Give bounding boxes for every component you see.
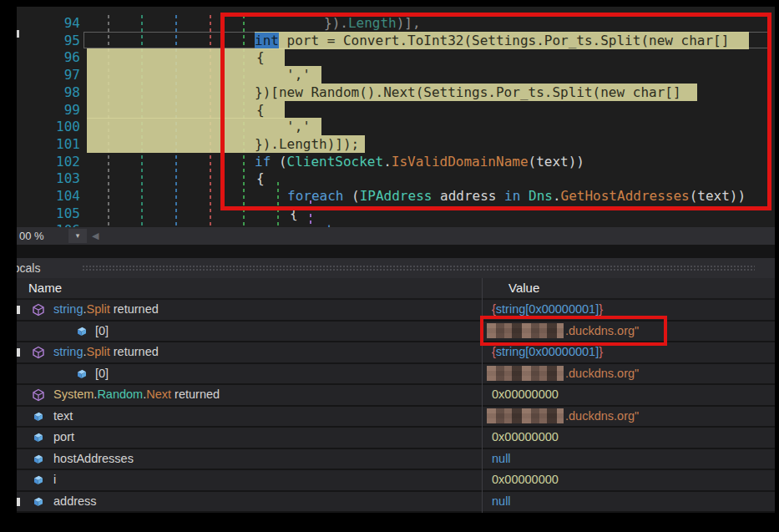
column-divider[interactable]	[482, 278, 483, 513]
locals-name-cell: string.Split returned	[53, 300, 159, 320]
name-token: [0]	[95, 324, 109, 337]
locals-value-cell: null	[492, 492, 511, 512]
locals-value-cell: null	[492, 449, 511, 469]
locals-value-cell: 0x00000000	[492, 428, 559, 448]
name-token: Next	[146, 388, 171, 401]
annotation-rect-value	[480, 316, 667, 346]
line-number: 99	[33, 101, 80, 119]
name-token: port	[53, 430, 74, 443]
value-token: null	[492, 452, 511, 465]
field-icon	[32, 495, 45, 509]
locals-value-cell: 0x00000000	[492, 470, 559, 490]
locals-name-cell: i	[53, 470, 56, 490]
name-token: returned	[110, 345, 159, 358]
line-number: 103	[33, 170, 80, 187]
frame-bottom	[0, 513, 779, 532]
line-number: 96	[33, 48, 80, 66]
value-token: null	[492, 494, 511, 508]
expander-icon[interactable]	[17, 348, 20, 357]
panel-separator	[17, 245, 775, 258]
method-icon	[32, 346, 45, 359]
field-icon	[32, 453, 45, 466]
code-text: try	[326, 221, 350, 227]
editor-status-bar: 00 % ▾ ◀	[17, 227, 775, 245]
locals-value-cell: .duckdns.org"	[492, 364, 639, 384]
locals-value-cell: .duckdns.org"	[492, 407, 639, 427]
locals-row[interactable]: [0].duckdns.org"	[17, 364, 775, 386]
field-icon	[32, 453, 45, 466]
value-token: }	[599, 345, 603, 358]
name-token: Split	[87, 302, 110, 316]
value-token: 0x00000000	[492, 473, 559, 486]
frame-left	[0, 0, 17, 532]
method-icon	[32, 388, 45, 402]
locals-name-cell: string.Split returned	[53, 342, 159, 362]
titlebar-grip-texture	[82, 265, 755, 272]
locals-name-cell: [0]	[95, 322, 109, 342]
name-token: string	[53, 302, 83, 316]
field-icon	[32, 410, 45, 423]
locals-name-cell: hostAddresses	[53, 449, 134, 469]
name-token: [0]	[95, 367, 109, 380]
field-icon	[32, 495, 45, 509]
value-token: }	[599, 302, 603, 316]
field-icon	[75, 325, 89, 338]
locals-value-cell: 0x00000000	[492, 385, 559, 405]
line-number: 105	[33, 205, 80, 222]
code-line-106[interactable]: 106try	[17, 221, 775, 227]
method-icon	[32, 388, 45, 402]
name-token: System	[53, 388, 94, 401]
field-icon	[75, 367, 89, 381]
locals-name-cell: text	[53, 407, 73, 427]
field-icon	[32, 474, 45, 487]
value-token: .duckdns.org"	[565, 367, 639, 380]
name-token: string	[53, 345, 83, 358]
annotation-rect-code	[220, 13, 771, 210]
field-icon	[32, 431, 45, 444]
margin-tick	[17, 30, 19, 38]
value-token: .duckdns.org"	[565, 409, 639, 423]
method-icon	[32, 303, 45, 317]
value-token: string[0x00000001]	[496, 302, 599, 316]
method-icon	[32, 346, 45, 359]
frame-top	[0, 0, 779, 7]
value-token: 0x00000000	[492, 430, 559, 443]
line-number: 102	[33, 153, 80, 170]
name-token: Split	[87, 345, 110, 358]
line-number: 100	[33, 118, 80, 135]
line-number: 94	[33, 14, 80, 32]
line-number: 106	[33, 221, 80, 227]
name-token: address	[53, 494, 97, 508]
redacted-blur	[487, 408, 564, 423]
expander-icon[interactable]	[17, 306, 20, 314]
locals-row[interactable]: hostAddressesnull	[17, 449, 775, 471]
field-icon	[32, 474, 45, 487]
scroll-left-arrow-icon[interactable]: ◀	[92, 230, 99, 242]
locals-name-cell: System.Random.Next returned	[53, 385, 220, 405]
column-header-name[interactable]: Name	[28, 278, 62, 298]
locals-name-cell: address	[53, 492, 97, 512]
name-token: i	[53, 473, 56, 486]
locals-row[interactable]: text.duckdns.org"	[17, 407, 775, 428]
name-token: text	[53, 409, 73, 423]
locals-row[interactable]: addressnull	[17, 492, 775, 514]
locals-name-cell: [0]	[95, 364, 109, 384]
field-icon	[75, 367, 89, 381]
column-header-value[interactable]: Value	[508, 278, 539, 298]
zoom-dropdown-button[interactable]: ▾	[68, 229, 87, 243]
locals-panel-titlebar[interactable]: Locals	[17, 258, 775, 278]
zoom-level[interactable]: 00 %	[19, 227, 44, 245]
name-token: hostAddresses	[53, 452, 134, 465]
value-token: string[0x00000001]	[496, 345, 599, 358]
name-token: returned	[171, 388, 220, 401]
expander-icon[interactable]	[17, 498, 20, 506]
field-icon	[75, 325, 89, 338]
locals-row[interactable]: i0x00000000	[17, 470, 775, 492]
redacted-blur	[487, 366, 564, 381]
locals-name-cell: port	[53, 428, 74, 448]
field-icon	[32, 431, 45, 444]
name-token: returned	[110, 302, 159, 316]
locals-column-header: Name Value	[17, 278, 775, 300]
locals-row[interactable]: System.Random.Next returned0x00000000	[17, 385, 775, 407]
locals-row[interactable]: port0x00000000	[17, 428, 775, 449]
